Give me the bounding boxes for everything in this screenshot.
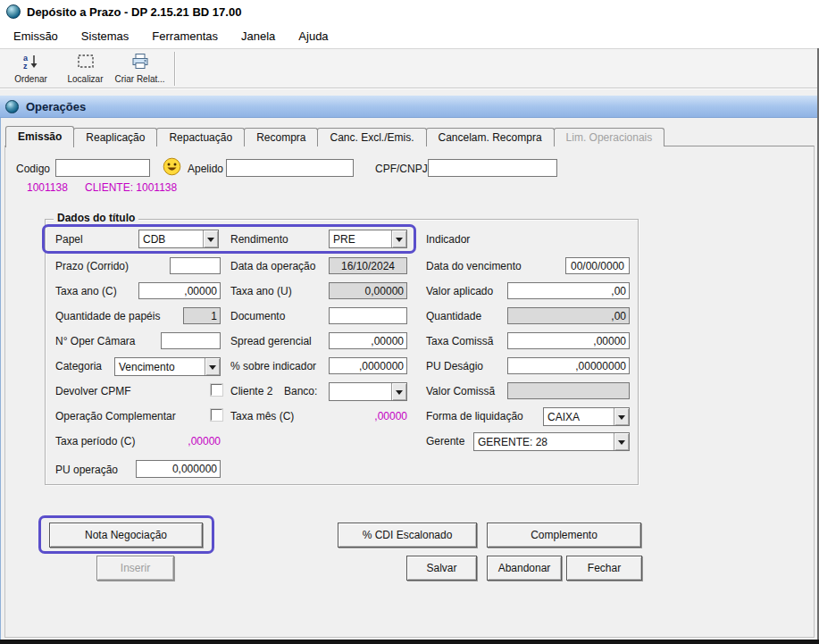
toolbar: a z Ordenar Localizar [0, 48, 819, 88]
application-window: Depósito a Prazo - DP 2.15.21 BD 17.00 E… [0, 0, 819, 644]
spread-gerencial-label: Spread gerencial [230, 335, 312, 347]
cliente2-label: Cliente 2 [230, 385, 272, 397]
tab-emissao[interactable]: Emissão [5, 126, 74, 147]
chevron-down-icon [396, 390, 403, 398]
operacoes-titlebar[interactable]: Operações [0, 96, 819, 118]
rendimento-label: Rendimento [230, 233, 288, 246]
criar-relatorio-label: Criar Relat... [114, 74, 164, 84]
abandonar-button[interactable]: Abandonar [487, 556, 562, 581]
gerente-value: GERENTE: 28 [474, 433, 614, 450]
pct-sobre-indicador-input[interactable] [329, 357, 407, 374]
menu-bar: Emissão Sistemas Ferramentas Janela Ajud… [0, 23, 819, 48]
complemento-button[interactable]: Complemento [487, 523, 641, 548]
forma-liquidacao-label: Forma de liquidação [426, 410, 523, 422]
banco-dropdown-button[interactable] [391, 383, 406, 400]
papel-value: CDB [139, 230, 203, 247]
tab-repactuacao[interactable]: Repactuação [156, 128, 245, 146]
data-vencimento-input[interactable] [565, 257, 630, 274]
taxa-comissao-input[interactable] [507, 332, 630, 349]
menu-ferramentas[interactable]: Ferramentas [140, 25, 230, 47]
devolver-cpmf-checkbox[interactable] [211, 384, 222, 396]
sort-az-icon: a z [21, 53, 41, 73]
menu-emissao[interactable]: Emissão [2, 25, 70, 47]
forma-liquidacao-dropdown-button[interactable] [614, 408, 629, 425]
find-selection-icon [76, 53, 96, 73]
pu-operacao-input[interactable] [136, 460, 221, 478]
localizar-label: Localizar [67, 74, 103, 84]
papel-combobox[interactable]: CDB [138, 230, 219, 248]
menu-ajuda[interactable]: Ajuda [287, 25, 339, 47]
categoria-dropdown-button[interactable] [205, 358, 220, 375]
chevron-down-icon [618, 415, 625, 423]
taxa-ano-c-label: Taxa ano (C) [55, 285, 117, 297]
prazo-input[interactable] [170, 257, 221, 274]
tab-recompra[interactable]: Recompra [244, 128, 318, 146]
menu-sistemas[interactable]: Sistemas [70, 25, 140, 47]
valor-aplicado-input[interactable] [507, 282, 630, 299]
rendimento-dropdown-button[interactable] [391, 230, 406, 247]
chevron-down-icon [396, 238, 403, 246]
documento-input[interactable] [329, 307, 407, 324]
categoria-value: Vencimento [115, 358, 205, 375]
oper-camara-label: N° Oper Câmara [55, 335, 136, 347]
forma-liquidacao-combobox[interactable]: CAIXA [543, 407, 630, 426]
window-bottom-border [0, 640, 819, 644]
categoria-label: Categoria [55, 360, 102, 372]
valor-comissao-field [507, 382, 630, 399]
tab-lim-operacionais: Lim. Operacionais [554, 128, 665, 146]
gerente-combobox[interactable]: GERENTE: 28 [473, 432, 630, 451]
devolver-cpmf-label: Devolver CPMF [55, 385, 131, 397]
tab-cancelam-recompra[interactable]: Cancelam. Recompra [426, 128, 555, 146]
gerente-dropdown-button[interactable] [614, 433, 629, 450]
apelido-input[interactable] [226, 159, 354, 177]
toolbar-separator [174, 52, 176, 86]
cpf-cnpj-input[interactable] [428, 159, 557, 177]
taxa-comissao-label: Taxa Comissã [426, 335, 493, 347]
spread-gerencial-input[interactable] [329, 332, 407, 349]
forma-liquidacao-value: CAIXA [544, 408, 614, 425]
taxa-ano-u-label: Taxa ano (U) [230, 285, 292, 297]
chevron-down-icon [209, 365, 216, 373]
tab-strip: Emissão Reaplicação Repactuação Recompra… [5, 125, 664, 146]
taxa-mes-value: ,00000 [329, 410, 407, 422]
operacoes-title: Operações [26, 100, 86, 113]
papel-dropdown-button[interactable] [203, 230, 218, 247]
banco-value [330, 383, 391, 400]
fechar-button[interactable]: Fechar [566, 556, 642, 581]
taxa-periodo-label: Taxa período (C) [55, 435, 135, 447]
window-titlebar[interactable]: Depósito a Prazo - DP 2.15.21 BD 17.00 [0, 0, 819, 23]
localizar-button[interactable]: Localizar [58, 50, 113, 87]
codigo-input[interactable] [55, 159, 150, 177]
indicador-label: Indicador [426, 233, 470, 246]
quantidade-label: Quantidade [426, 310, 481, 322]
cdi-escalonado-button[interactable]: % CDI Escalonado [338, 523, 477, 548]
chevron-down-icon [618, 440, 625, 448]
taxa-mes-label: Taxa mês (C) [230, 410, 294, 422]
pu-desagio-input[interactable] [507, 357, 630, 374]
prazo-label: Prazo (Corrido) [55, 260, 129, 272]
taxa-ano-c-input[interactable] [138, 282, 221, 299]
oper-camara-input[interactable] [161, 332, 221, 349]
apelido-label: Apelido [188, 163, 223, 175]
chevron-down-icon [207, 238, 214, 246]
data-operacao-field [329, 257, 407, 274]
salvar-button[interactable]: Salvar [406, 556, 477, 581]
ordenar-label: Ordenar [14, 74, 47, 84]
rendimento-combobox[interactable]: PRE [329, 230, 407, 248]
taxa-ano-u-field [329, 282, 407, 299]
banco-combobox[interactable] [329, 382, 407, 401]
valor-aplicado-label: Valor aplicado [426, 285, 493, 297]
client-search-button[interactable] [163, 157, 181, 179]
nota-negociacao-button[interactable]: Nota Negociação [49, 523, 203, 548]
ordenar-button[interactable]: a z Ordenar [4, 50, 58, 87]
app-icon [6, 4, 21, 19]
op-complementar-checkbox[interactable] [211, 409, 222, 421]
tab-canc-excl-emis[interactable]: Canc. Excl./Emis. [317, 128, 426, 146]
categoria-combobox[interactable]: Vencimento [114, 357, 221, 376]
criar-relatorio-button[interactable]: Criar Relat... [113, 50, 167, 87]
qtd-papeis-field [183, 307, 221, 324]
printer-report-icon [130, 53, 150, 73]
tab-reaplicacao[interactable]: Reaplicação [73, 128, 157, 146]
menu-janela[interactable]: Janela [230, 25, 287, 47]
client-code: 1001138 [27, 181, 68, 194]
